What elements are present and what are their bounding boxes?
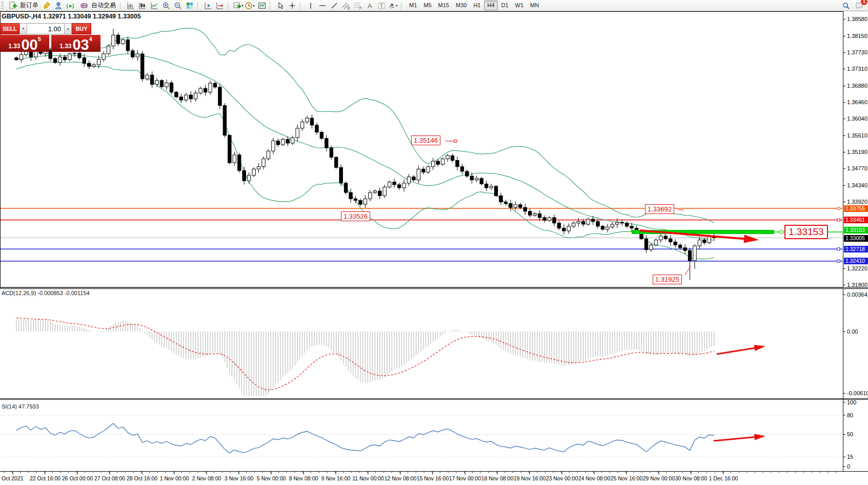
svg-text:27 Oct 08:00: 27 Oct 08:00	[94, 475, 125, 481]
sell-button[interactable]: SELL	[0, 23, 19, 34]
buy-button[interactable]: BUY	[72, 23, 91, 34]
tab-m5[interactable]: M5	[420, 1, 434, 10]
signals-icon[interactable]	[65, 0, 76, 11]
svg-text:1 Nov 00:00: 1 Nov 00:00	[160, 475, 189, 481]
svg-text:0.00: 0.00	[847, 328, 858, 335]
svg-text:80: 80	[847, 412, 853, 418]
svg-text:30 Nov 08:00: 30 Nov 08:00	[675, 475, 708, 481]
svg-text:1.38150: 1.38150	[847, 33, 867, 39]
price-badge: 1.33755	[844, 205, 868, 212]
zoom-in-icon[interactable]	[160, 0, 172, 11]
svg-text:1.36880: 1.36880	[847, 83, 867, 89]
mt4-window: 新订单 自动交易	[0, 0, 868, 485]
svg-text:22 Oct 16:00: 22 Oct 16:00	[30, 475, 60, 481]
volume-down-stepper[interactable]: ▼	[19, 23, 27, 34]
svg-text:26 Oct 00:00: 26 Oct 00:00	[62, 475, 93, 481]
price-badge: 1.32718	[844, 246, 868, 253]
vertical-line-icon[interactable]	[305, 0, 316, 11]
svg-text:A: A	[368, 2, 372, 10]
tab-d1[interactable]: D1	[498, 1, 512, 10]
svg-text:18 Nov 08:00: 18 Nov 08:00	[481, 475, 514, 481]
annotation-high-label[interactable]: 1.35146	[411, 135, 440, 145]
chart-canvas[interactable]: 1.385801.381501.377301.373101.368801.364…	[0, 0, 868, 485]
separator	[270, 2, 273, 10]
bar-chart-icon[interactable]	[125, 0, 136, 11]
svg-text:T: T	[380, 3, 383, 9]
search-icon[interactable]	[840, 0, 852, 11]
new-order-label: 新订单	[20, 1, 38, 10]
new-order-button[interactable]: 新订单	[5, 1, 41, 11]
svg-text:1.31800: 1.31800	[847, 282, 867, 288]
svg-text:1.38580: 1.38580	[847, 16, 867, 22]
svg-text:29 Nov 00:00: 29 Nov 00:00	[643, 475, 675, 481]
volume-input[interactable]	[27, 23, 64, 34]
svg-text:23 Nov 00:00: 23 Nov 00:00	[546, 475, 578, 481]
tab-m1[interactable]: M1	[406, 1, 420, 10]
styler-icon[interactable]	[41, 0, 52, 11]
tab-h4[interactable]: H4	[484, 1, 497, 10]
svg-text:1.37730: 1.37730	[847, 49, 867, 55]
svg-text:1.34770: 1.34770	[847, 165, 867, 171]
auto-trading-button[interactable]: 自动交易	[76, 1, 118, 11]
horizontal-line-icon[interactable]	[317, 0, 328, 11]
tab-mn[interactable]: MN	[527, 1, 542, 10]
svg-text:Oct 2021: Oct 2021	[2, 475, 24, 481]
cursor-icon[interactable]	[275, 0, 286, 11]
annotation-level-label[interactable]: 1.33692	[645, 204, 674, 214]
tab-h1[interactable]: H1	[470, 1, 483, 10]
line-chart-icon[interactable]	[149, 0, 160, 11]
candlestick-chart-icon[interactable]	[137, 0, 148, 11]
annotation-low-label[interactable]: 1.31925	[653, 275, 682, 284]
svg-text:1 Dec 16:00: 1 Dec 16:00	[709, 475, 738, 481]
svg-text:3 Nov 16:00: 3 Nov 16:00	[225, 475, 254, 481]
separator	[300, 2, 303, 10]
svg-text:1.33920: 1.33920	[847, 199, 867, 205]
buy-price[interactable]: 1.33 03 4	[51, 35, 100, 52]
svg-text:8 Nov 08:00: 8 Nov 08:00	[289, 475, 318, 481]
sell-price[interactable]: 1.33 00 5	[0, 35, 49, 52]
annotation-mid-label[interactable]: 1.33526	[341, 211, 370, 221]
tile-windows-icon[interactable]	[184, 0, 195, 11]
fibonacci-icon[interactable]: F	[352, 0, 364, 11]
templates-icon[interactable]	[256, 0, 268, 11]
crosshair-icon[interactable]	[287, 0, 298, 11]
svg-text:100: 100	[847, 399, 856, 405]
toolbar: 新订单 自动交易	[0, 0, 868, 11]
svg-text:12 Nov 08:00: 12 Nov 08:00	[385, 475, 417, 481]
volume-up-stepper[interactable]: ▲	[64, 23, 72, 34]
price-badge-target: 1.33153	[844, 227, 868, 234]
trendline-icon[interactable]	[329, 0, 340, 11]
svg-text:1.35190: 1.35190	[847, 149, 867, 155]
zoom-out-icon[interactable]	[172, 0, 184, 11]
svg-text:15: 15	[847, 454, 853, 460]
toolbar-grip[interactable]	[1, 2, 4, 10]
new-order-icon	[7, 0, 18, 11]
svg-text:1.36460: 1.36460	[847, 99, 867, 105]
svg-text:E: E	[348, 6, 350, 10]
svg-text:2 Nov 08:00: 2 Nov 08:00	[192, 475, 221, 481]
tab-m15[interactable]: M15	[435, 1, 452, 10]
text-label-icon[interactable]: T	[376, 0, 387, 11]
auto-trading-label: 自动交易	[91, 1, 116, 10]
new-chart-icon[interactable]	[233, 0, 244, 11]
svg-text:0.003641: 0.003641	[847, 292, 868, 298]
svg-text:0: 0	[847, 463, 850, 470]
svg-text:F: F	[359, 6, 361, 10]
notifications-icon[interactable]: 1	[854, 0, 865, 11]
arrows-tool-icon[interactable]	[388, 0, 399, 11]
svg-text:11 Nov 00:00: 11 Nov 00:00	[352, 475, 384, 481]
one-click-trading-panel: SELL ▼ ▲ BUY 1.33 00 5 1.33 03 4	[0, 23, 100, 52]
metaeditor-icon[interactable]	[53, 0, 64, 11]
tab-m30[interactable]: M30	[453, 1, 470, 10]
separator	[228, 2, 231, 10]
annotation-target-label[interactable]: 1.33153	[784, 225, 828, 239]
periods-icon[interactable]	[245, 0, 256, 11]
price-badge: 1.33461	[844, 217, 868, 223]
svg-text:15 Nov 16:00: 15 Nov 16:00	[417, 475, 449, 481]
equidistant-channel-icon[interactable]: E	[340, 0, 352, 11]
macd-label: ACD(12,26,9) -0.000853 -0.001154	[2, 290, 90, 296]
tab-w1[interactable]: W1	[512, 1, 527, 10]
chart-shift-icon[interactable]	[214, 0, 226, 11]
auto-scroll-icon[interactable]	[203, 0, 214, 11]
text-icon[interactable]: A	[364, 0, 375, 11]
